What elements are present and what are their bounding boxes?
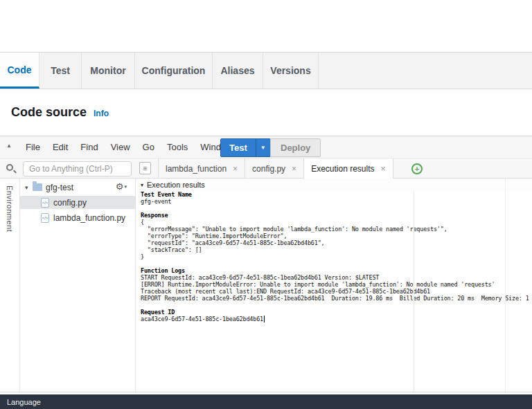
tree-file-lambda-function-py[interactable]: lambda_function.py (20, 211, 135, 224)
close-icon[interactable]: × (233, 164, 238, 174)
tab-test[interactable]: Test (39, 53, 82, 89)
editor-tab-label: Execution results (311, 164, 374, 174)
language-status-item[interactable]: Language (7, 398, 41, 406)
editor-tab-lambda-function[interactable]: lambda_function × (158, 158, 245, 179)
log-line: START RequestId: aca43ce9-6d57-4e51-885c… (141, 274, 532, 281)
chevron-down-icon[interactable]: ▼ (256, 139, 270, 156)
chevron-down-icon: ▾ (124, 184, 127, 189)
menu-file[interactable]: File (19, 136, 46, 158)
function-logs-label: Function Logs (141, 267, 532, 274)
test-event-name-label: Test Event Name (141, 191, 532, 198)
test-event-name-value: gfg-event (141, 198, 532, 205)
execution-results-title: Execution results (147, 181, 205, 189)
tab-configuration[interactable]: Configuration (135, 53, 213, 89)
quick-open-input[interactable] (23, 161, 132, 176)
close-icon[interactable]: × (381, 164, 386, 174)
response-line: } (141, 253, 532, 260)
editor-tab-label: config.py (252, 164, 285, 174)
tab-code[interactable]: Code (0, 53, 39, 89)
test-button[interactable]: Test ▼ (220, 138, 271, 157)
menu-items: File Edit Find View Go Tools Window (19, 136, 239, 158)
lambda-console: Code Test Monitor Configuration Aliases … (0, 0, 532, 409)
scrollbar-track[interactable] (505, 179, 506, 392)
tab-list-icon[interactable]: ≡ (139, 162, 151, 174)
environment-tab-label: Environment (6, 185, 14, 232)
log-line: REPORT RequestId: aca43ce9-6d57-4e51-885… (141, 295, 532, 302)
chevron-down-icon[interactable]: ▾ (25, 184, 33, 191)
settings-gear-icon[interactable]: ⚙▾ (116, 181, 127, 192)
log-line: Traceback (most recent call last):END Re… (141, 288, 532, 295)
python-file-icon (41, 198, 49, 208)
execution-results-body[interactable]: Test Event Name gfg-event Response { "er… (136, 191, 532, 392)
menu-edit[interactable]: Edit (46, 136, 74, 158)
new-tab-icon[interactable]: + (411, 163, 423, 174)
print-margin-ruler (414, 191, 414, 392)
info-link[interactable]: Info (94, 109, 109, 118)
search-icon (6, 164, 13, 171)
execution-results-section-header[interactable]: ▾ Execution results (136, 179, 532, 191)
editor-bottom-divider (0, 392, 532, 392)
editor-tab-config-py[interactable]: config.py × (245, 158, 304, 179)
response-label: Response (141, 212, 532, 219)
tree-file-config-py[interactable]: config.py (20, 196, 135, 209)
menu-find[interactable]: Find (74, 136, 104, 158)
tab-monitor[interactable]: Monitor (82, 53, 135, 89)
close-icon[interactable]: × (292, 164, 296, 174)
file-name: config.py (53, 198, 87, 208)
log-line: [ERROR] Runtime.ImportModuleError: Unabl… (141, 281, 532, 288)
function-tab-bar: Code Test Monitor Configuration Aliases … (0, 52, 532, 89)
chevron-down-icon: ▾ (141, 182, 143, 188)
editor-tabs: lambda_function × config.py × Execution … (158, 158, 393, 179)
test-button-label: Test (221, 139, 256, 156)
editor-tab-execution-results[interactable]: Execution results × (304, 158, 393, 179)
folder-icon (33, 183, 42, 191)
menu-tools[interactable]: Tools (161, 136, 194, 158)
editor-menu-bar: ▲ File Edit Find View Go Tools Window Te… (0, 136, 532, 158)
response-line: "errorType": "Runtime.ImportModuleError"… (141, 233, 532, 239)
tab-versions[interactable]: Versions (263, 53, 319, 89)
python-file-icon (41, 213, 49, 223)
code-source-header: Code source Info (11, 105, 109, 120)
response-line: { (141, 219, 532, 226)
environment-tab[interactable]: Environment (0, 181, 19, 237)
response-line: "stackTrace": [] (141, 246, 532, 253)
menu-view[interactable]: View (105, 136, 136, 158)
text-cursor (264, 316, 265, 322)
file-name: lambda_function.py (53, 213, 125, 223)
tree-folder-gfg-test[interactable]: ▾ gfg-test ⚙▾ (20, 181, 135, 194)
page-title: Code source (11, 105, 87, 120)
collapse-panel-icon[interactable]: ▲ (6, 143, 12, 149)
response-line: "requestId": "aca43ce9-6d57-4e51-885c-1b… (141, 239, 532, 246)
request-id-value: aca43ce9-6d57-4e51-885c-1bea62bd4b61 (141, 316, 532, 322)
menu-go[interactable]: Go (136, 136, 161, 158)
editor-tab-label: lambda_function (166, 164, 227, 174)
status-bar: Language (0, 394, 532, 409)
tab-aliases[interactable]: Aliases (213, 53, 263, 89)
folder-name: gfg-test (46, 183, 73, 192)
file-tree: ▾ gfg-test ⚙▾ config.py lambda_function.… (20, 179, 135, 392)
deploy-button[interactable]: Deploy (270, 138, 321, 157)
response-line: "errorMessage": "Unable to import module… (141, 226, 532, 233)
request-id-label: Request ID (141, 309, 532, 316)
